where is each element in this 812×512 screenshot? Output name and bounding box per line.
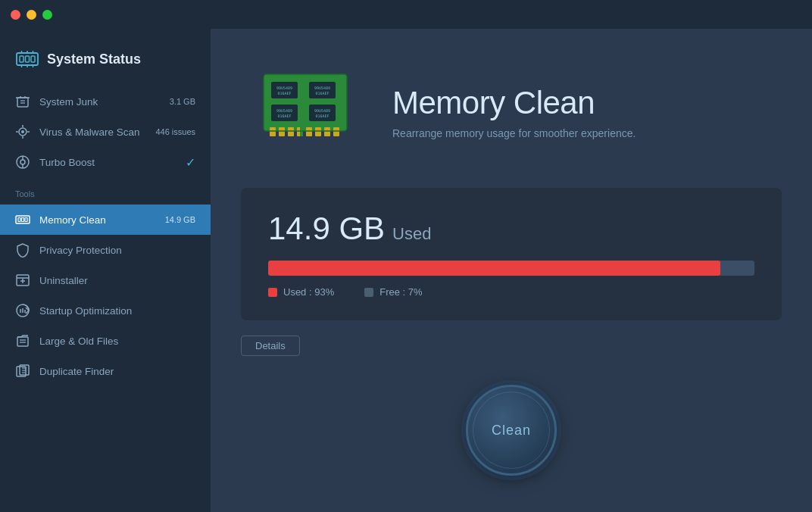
svg-rect-55 xyxy=(271,82,298,98)
maximize-button[interactable] xyxy=(42,10,52,20)
app-body: System Status System Junk 3.1 GB xyxy=(0,29,812,512)
sidebar-item-uninstaller[interactable]: Uninstaller xyxy=(0,265,211,295)
svg-rect-48 xyxy=(279,127,285,136)
files-icon xyxy=(15,333,30,348)
memory-gb-value: 14.9 GB xyxy=(268,211,385,247)
sidebar-item-memory-clean[interactable]: Memory Clean 14.9 GB xyxy=(0,204,211,235)
sidebar-title: System Status xyxy=(47,52,141,67)
main-content: 99U5489 016AEF 99U5489 016AEF 99U5489 01… xyxy=(211,29,812,512)
svg-rect-27 xyxy=(18,218,20,222)
free-dot xyxy=(364,288,373,297)
sidebar-item-turbo-boost[interactable]: Turbo Boost ✓ xyxy=(0,147,211,177)
svg-point-23 xyxy=(20,160,25,164)
svg-text:016AEF: 016AEF xyxy=(315,91,329,95)
memory-progress-fill xyxy=(268,261,720,276)
svg-text:99U5489: 99U5489 xyxy=(276,108,292,113)
svg-rect-28 xyxy=(22,218,24,222)
sidebar-item-system-junk[interactable]: System Junk 3.1 GB xyxy=(0,86,211,117)
sidebar-item-duplicate-finder[interactable]: Duplicate Finder xyxy=(0,356,211,386)
svg-rect-3 xyxy=(31,56,35,62)
svg-rect-38 xyxy=(17,337,28,346)
stats-section: 14.9 GB Used Used : 93% Free : 7% xyxy=(241,188,782,320)
svg-rect-54 xyxy=(333,127,339,136)
virus-icon xyxy=(15,124,30,139)
hero-subtitle: Rearrange memory usage for smoother expe… xyxy=(392,127,636,139)
svg-rect-61 xyxy=(271,105,298,121)
memory-icon xyxy=(15,212,30,227)
clean-button[interactable]: Clean xyxy=(466,385,557,476)
memory-used-text: Used xyxy=(392,224,431,244)
startup-icon xyxy=(15,303,30,318)
svg-text:016AEF: 016AEF xyxy=(277,114,291,118)
close-button[interactable] xyxy=(11,10,20,20)
sidebar-item-virus-malware[interactable]: Virus & Malware Scan 446 issues xyxy=(0,117,211,147)
duplicate-icon xyxy=(15,364,30,379)
large-old-files-label: Large & Old Files xyxy=(39,336,195,347)
svg-rect-67 xyxy=(300,127,303,136)
svg-text:016AEF: 016AEF xyxy=(315,114,329,118)
progress-legend: Used : 93% Free : 7% xyxy=(268,286,754,298)
virus-malware-badge: 446 issues xyxy=(155,127,195,136)
duplicate-finder-label: Duplicate Finder xyxy=(39,366,195,377)
details-section: Details xyxy=(211,320,812,356)
svg-rect-29 xyxy=(25,218,27,222)
svg-rect-58 xyxy=(309,82,336,98)
hero-title: Memory Clean xyxy=(392,85,636,121)
sidebar-header: System Status xyxy=(0,36,211,86)
svg-text:016AEF: 016AEF xyxy=(277,91,291,95)
uninstall-icon xyxy=(15,273,30,288)
tools-section-label: Tools xyxy=(0,177,211,204)
svg-rect-51 xyxy=(306,127,312,136)
privacy-protection-label: Privacy Protection xyxy=(39,245,195,256)
minimize-button[interactable] xyxy=(27,10,36,20)
turbo-boost-label: Turbo Boost xyxy=(39,157,176,168)
memory-clean-label: Memory Clean xyxy=(39,214,156,226)
sidebar-item-large-old-files[interactable]: Large & Old Files xyxy=(0,326,211,356)
svg-rect-64 xyxy=(309,105,336,121)
sidebar-item-startup-optimization[interactable]: Startup Optimization xyxy=(0,295,211,326)
system-status-icon xyxy=(15,47,39,71)
svg-text:99U5489: 99U5489 xyxy=(314,86,330,90)
system-junk-badge: 3.1 GB xyxy=(170,97,195,106)
used-legend-label: Used : 93% xyxy=(283,286,334,298)
sidebar-item-privacy-protection[interactable]: Privacy Protection xyxy=(0,235,211,265)
turbo-boost-check: ✓ xyxy=(186,155,195,170)
used-legend-item: Used : 93% xyxy=(268,286,334,298)
titlebar xyxy=(0,0,812,29)
details-button[interactable]: Details xyxy=(241,336,300,356)
hero-section: 99U5489 016AEF 99U5489 016AEF 99U5489 01… xyxy=(211,29,812,188)
ram-chip-graphic: 99U5489 016AEF 99U5489 016AEF 99U5489 01… xyxy=(256,59,354,150)
virus-malware-label: Virus & Malware Scan xyxy=(39,126,146,138)
sidebar: System Status System Junk 3.1 GB xyxy=(0,29,211,512)
svg-rect-53 xyxy=(324,127,330,136)
turbo-icon xyxy=(15,155,30,170)
uninstaller-label: Uninstaller xyxy=(39,275,195,286)
svg-rect-10 xyxy=(17,98,28,107)
memory-clean-badge: 14.9 GB xyxy=(165,215,195,224)
svg-text:99U5489: 99U5489 xyxy=(314,108,330,113)
memory-icon-wrap: 99U5489 016AEF 99U5489 016AEF 99U5489 01… xyxy=(256,59,362,165)
startup-optimization-label: Startup Optimization xyxy=(39,305,195,317)
svg-point-21 xyxy=(21,130,24,133)
svg-rect-1 xyxy=(20,56,23,62)
clean-section: Clean xyxy=(211,356,812,512)
hero-text: Memory Clean Rearrange memory usage for … xyxy=(392,85,636,139)
svg-rect-2 xyxy=(26,56,30,62)
junk-icon xyxy=(15,94,30,109)
system-junk-label: System Junk xyxy=(39,96,161,108)
svg-rect-47 xyxy=(270,127,276,136)
used-dot xyxy=(268,288,277,297)
clean-button-label: Clean xyxy=(492,423,531,439)
free-legend-item: Free : 7% xyxy=(364,286,422,298)
traffic-lights xyxy=(11,10,52,20)
svg-text:99U5489: 99U5489 xyxy=(276,86,292,90)
free-legend-label: Free : 7% xyxy=(379,286,422,298)
svg-rect-49 xyxy=(288,127,294,136)
svg-rect-52 xyxy=(315,127,321,136)
memory-progress-bar xyxy=(268,261,754,276)
memory-used-row: 14.9 GB Used xyxy=(268,211,754,247)
privacy-icon xyxy=(15,242,30,258)
